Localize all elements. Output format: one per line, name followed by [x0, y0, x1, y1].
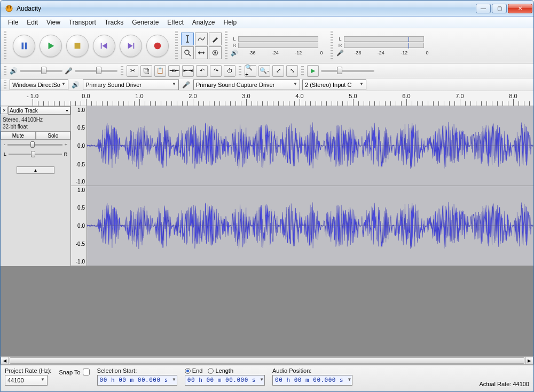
- audio-position-label: Audio Position:: [272, 367, 352, 374]
- zoom-tool[interactable]: [181, 46, 194, 59]
- toolbar-handle[interactable]: [331, 31, 333, 60]
- track-collapse-button[interactable]: ▲: [17, 166, 54, 174]
- svg-point-11: [154, 42, 161, 49]
- app-icon: [5, 4, 13, 13]
- pan-slider[interactable]: LR: [1, 149, 70, 159]
- svg-marker-8: [102, 43, 107, 49]
- project-rate-label: Project Rate (Hz):: [5, 367, 51, 374]
- scroll-left-button[interactable]: ◀: [1, 357, 9, 364]
- mic-icon: 🎤: [181, 81, 191, 89]
- draw-tool[interactable]: [209, 33, 222, 45]
- meter-play-l[interactable]: [238, 36, 318, 42]
- scroll-thumb[interactable]: [10, 357, 524, 364]
- snap-to-label: Snap To: [59, 369, 80, 375]
- selection-tool[interactable]: [181, 33, 194, 45]
- horizontal-scrollbar[interactable]: ◀ ▶: [1, 356, 533, 365]
- playback-meter: L R 🔊 -36-24-120: [231, 35, 327, 57]
- copy-button[interactable]: ⿻: [140, 65, 152, 77]
- actual-rate-label: Actual Rate: 44100: [479, 381, 529, 389]
- amplitude-scale: 1.0 0.5 0.0 -0.5 -1.0: [71, 186, 87, 266]
- titlebar: Audacity — ▢ ✕: [1, 1, 533, 17]
- paste-button[interactable]: 📋: [154, 65, 166, 77]
- toolbar-handle[interactable]: [225, 31, 227, 60]
- skip-start-button[interactable]: [93, 35, 115, 57]
- menu-transport[interactable]: Transport: [65, 18, 100, 27]
- mute-button[interactable]: Mute: [1, 131, 36, 140]
- track-menu-dropdown[interactable]: Audio Track▼: [8, 106, 70, 115]
- svg-marker-16: [203, 51, 205, 54]
- input-device-combo[interactable]: Primary Sound Capture Driver: [193, 79, 300, 90]
- play-speed-slider[interactable]: [321, 70, 374, 72]
- playback-volume: 🔊: [10, 67, 62, 75]
- tools-grid: ✱: [181, 33, 222, 59]
- zoom-out-button[interactable]: 🔍-: [258, 65, 270, 77]
- menu-generate[interactable]: Generate: [128, 18, 163, 27]
- fit-project-button[interactable]: ⤡: [286, 65, 298, 77]
- menubar: File Edit View Transport Tracks Generate…: [1, 17, 533, 28]
- input-channels-combo[interactable]: 2 (Stereo) Input C: [302, 79, 366, 90]
- scroll-right-button[interactable]: ▶: [525, 357, 533, 364]
- audio-host-combo[interactable]: Windows DirectSo: [10, 79, 68, 90]
- trim-button[interactable]: ⇥⇤: [168, 65, 180, 77]
- waveform-channel-right[interactable]: 1.0 0.5 0.0 -0.5 -1.0: [71, 186, 533, 266]
- svg-marker-9: [128, 43, 133, 49]
- menu-tracks[interactable]: Tracks: [100, 18, 128, 27]
- menu-help[interactable]: Help: [219, 18, 241, 27]
- stop-button[interactable]: [66, 35, 89, 57]
- gain-slider[interactable]: -+: [1, 140, 70, 149]
- output-device-combo[interactable]: Primary Sound Driver: [83, 79, 179, 90]
- meter-play-r[interactable]: [238, 43, 318, 48]
- undo-button[interactable]: ↶: [196, 65, 208, 77]
- timeline-ruler[interactable]: - 1.00.01.02.03.04.05.06.07.08.0: [1, 91, 533, 106]
- menu-effect[interactable]: Effect: [163, 18, 187, 27]
- meter-rec-r[interactable]: [344, 43, 424, 48]
- meter-rec-l[interactable]: [344, 36, 424, 42]
- record-volume-slider[interactable]: [75, 70, 117, 72]
- sync-lock-button[interactable]: ⏱: [224, 65, 235, 77]
- menu-view[interactable]: View: [42, 18, 65, 27]
- svg-rect-2: [10, 6, 11, 9]
- playback-volume-slider[interactable]: [20, 70, 62, 72]
- zoom-in-button[interactable]: 🔍+: [245, 65, 256, 77]
- toolbar-handle[interactable]: [4, 65, 6, 76]
- menu-file[interactable]: File: [4, 18, 22, 27]
- close-button[interactable]: ✕: [508, 4, 532, 13]
- toolbar-handle[interactable]: [121, 65, 123, 76]
- toolbar-handle[interactable]: [301, 65, 304, 76]
- play-button[interactable]: [40, 35, 62, 57]
- selection-end-field[interactable]: 00 h 00 m 00.000 s: [185, 375, 265, 386]
- envelope-tool[interactable]: [195, 33, 208, 45]
- project-rate-combo[interactable]: 44100: [5, 375, 48, 386]
- silence-button[interactable]: ⇤⇥: [182, 65, 194, 77]
- toolbar-handle[interactable]: [4, 80, 6, 89]
- skip-end-button[interactable]: [120, 35, 142, 57]
- play-at-speed-button[interactable]: ▶: [307, 65, 319, 77]
- toolbar-handle[interactable]: [4, 31, 6, 60]
- timeshift-tool[interactable]: [195, 46, 208, 59]
- audio-position-field[interactable]: 00 h 00 m 00.000 s: [272, 375, 352, 386]
- selection-start-field[interactable]: 00 h 00 m 00.000 s: [97, 375, 177, 386]
- toolbar-handle[interactable]: [239, 65, 241, 76]
- snap-to-checkbox[interactable]: [83, 369, 90, 375]
- meter-r-label: R: [337, 43, 343, 48]
- length-radio[interactable]: Length: [208, 367, 233, 374]
- fit-selection-button[interactable]: ⤢: [272, 65, 284, 77]
- cut-button[interactable]: ✂: [127, 65, 138, 77]
- pause-button[interactable]: [13, 35, 35, 57]
- solo-button[interactable]: Solo: [36, 131, 71, 140]
- speaker-icon: 🔊: [70, 81, 81, 89]
- menu-edit[interactable]: Edit: [22, 18, 42, 27]
- end-radio[interactable]: End: [185, 367, 203, 374]
- toolbar-transport-row: ✱ L R 🔊 -36-24-120 L R 🎤: [1, 28, 533, 63]
- track-close-button[interactable]: ×: [1, 107, 8, 114]
- maximize-button[interactable]: ▢: [492, 4, 507, 13]
- mic-icon: 🎤: [336, 50, 344, 57]
- toolbar-handle[interactable]: [175, 31, 178, 60]
- multi-tool[interactable]: ✱: [209, 46, 222, 59]
- waveform-channel-left[interactable]: 1.0 0.5 0.0 -0.5 -1.0: [71, 106, 533, 186]
- redo-button[interactable]: ↷: [210, 65, 222, 77]
- menu-analyze[interactable]: Analyze: [188, 18, 219, 27]
- svg-rect-3: [22, 42, 24, 49]
- record-button[interactable]: [146, 35, 169, 57]
- minimize-button[interactable]: —: [476, 4, 491, 13]
